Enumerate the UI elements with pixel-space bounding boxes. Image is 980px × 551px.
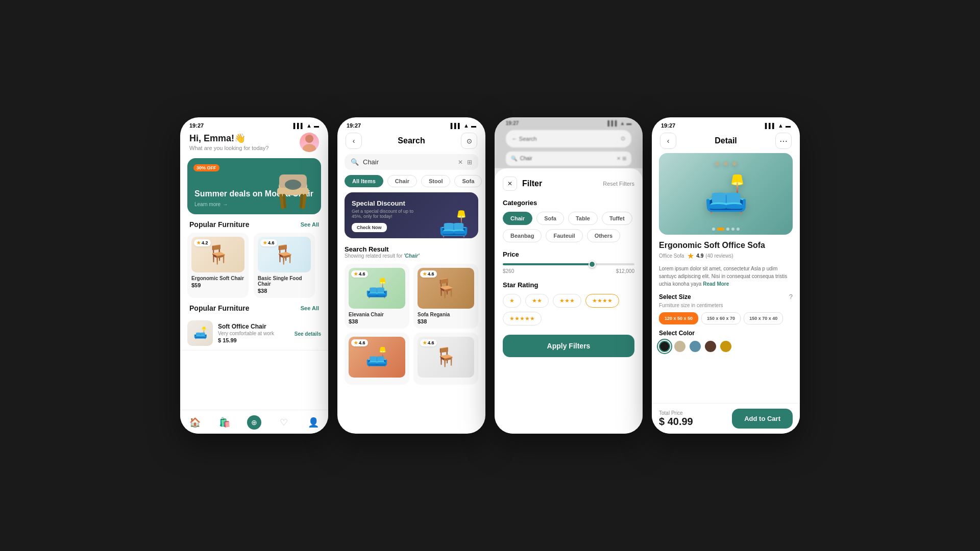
nav-heart[interactable]: ♡ xyxy=(277,415,291,430)
star-4: ★ xyxy=(423,340,427,345)
result-title: Search Result xyxy=(345,245,478,253)
star-1-chip[interactable]: ★ xyxy=(503,294,521,308)
discount-tag: 30% OFF xyxy=(193,164,219,171)
svg-point-1 xyxy=(303,144,316,152)
star-4-chip[interactable]: ★★★★ xyxy=(585,294,619,308)
star-icon: ★ xyxy=(197,240,201,245)
promo-banner[interactable]: 30% OFF Summer deals on Mocca Chair Lear… xyxy=(187,158,321,214)
filter-button[interactable]: ⊙ xyxy=(461,133,477,149)
chair-emoji-3: 🪑 xyxy=(434,278,457,299)
check-now-button[interactable]: Check Now xyxy=(352,223,387,232)
nav-bag[interactable]: 🛍️ xyxy=(217,415,232,430)
filter-close-button[interactable]: ✕ xyxy=(503,177,517,191)
color-brown[interactable] xyxy=(705,341,716,352)
product-category: Office Sofa ★ 4.9 (40 reviews) xyxy=(659,251,793,261)
image-indicators xyxy=(712,228,740,231)
chair-emoji-2: 🛋️ xyxy=(365,278,388,299)
price-slider[interactable] xyxy=(503,263,634,265)
star-title: Star Rating xyxy=(503,281,634,289)
see-all-1[interactable]: See All xyxy=(301,221,319,228)
nav-home[interactable]: 🏠 xyxy=(188,415,202,430)
user-avatar[interactable] xyxy=(300,133,319,152)
chip-sofa[interactable]: Sofa xyxy=(536,212,564,225)
read-more-link[interactable]: Read More xyxy=(703,281,729,287)
adjust-icon[interactable]: ⊞ xyxy=(467,159,472,166)
tag-chair[interactable]: Chair xyxy=(387,175,417,187)
list-info: Soft Office Chair Very comfortable at wo… xyxy=(218,323,289,343)
dot-5 xyxy=(737,228,740,231)
chip-beanbag[interactable]: Beanbag xyxy=(503,229,542,242)
search-topbar: ‹ Search ⊙ xyxy=(337,131,485,154)
search-card-1[interactable]: ★4.6 🛋️ Elevania Chair $38 xyxy=(345,264,409,329)
tag-sofa[interactable]: Sofa xyxy=(454,175,482,187)
size-120[interactable]: 120 x 50 x 50 xyxy=(659,312,698,324)
color-beige[interactable] xyxy=(674,341,685,352)
color-black[interactable] xyxy=(659,341,670,352)
star-rating-options: ★ ★★ ★★★ ★★★★ ★★★★★ xyxy=(503,294,634,325)
chip-chair[interactable]: Chair xyxy=(503,212,532,225)
search-back-button[interactable]: ‹ xyxy=(346,133,362,149)
detail-content: Ergonomic Soft Office Sofa Office Sofa ★… xyxy=(652,241,800,357)
grid-rating-2: ★4.6 xyxy=(420,270,437,278)
chip-table[interactable]: Table xyxy=(568,212,598,225)
detail-screen: 19:27 ▌▌▌ ▲ ▬ ‹ Detail ⋯ 🛋️ ● ● ● xyxy=(652,117,800,434)
see-all-2[interactable]: See All xyxy=(301,305,319,311)
star-icon-2: ★ xyxy=(263,240,267,245)
popular-title-2: Popular Furniture xyxy=(189,304,249,312)
time-4: 19:27 xyxy=(661,122,675,129)
status-bar-2: 19:27 ▌▌▌ ▲ ▬ xyxy=(337,117,485,131)
search-bar[interactable]: 🔍 ✕ ⊞ xyxy=(345,154,478,170)
product-card-1[interactable]: ★ 4.2 🪑 Ergonomic Soft Chair $59 xyxy=(187,233,249,298)
search-input[interactable] xyxy=(363,158,454,166)
slider-thumb[interactable] xyxy=(589,261,596,268)
card-price-2: $38 xyxy=(258,288,311,294)
grid-name-1: Elevania Chair xyxy=(349,312,405,317)
chair-emoji-1: 🪑 xyxy=(207,244,230,265)
star-3-chip[interactable]: ★★★ xyxy=(553,294,581,308)
grid-rating-3: ★4.6 xyxy=(351,339,368,346)
star-5-chip[interactable]: ★★★★★ xyxy=(503,312,542,325)
nav-scan[interactable]: ⊕ xyxy=(247,415,261,430)
detail-menu-button[interactable]: ⋯ xyxy=(775,133,792,149)
product-card-2[interactable]: ★ 4.6 🪑 Basic Single Food Chair $38 xyxy=(254,233,315,298)
dot-2 xyxy=(717,228,724,231)
star-3: ★ xyxy=(354,340,358,345)
tag-stool[interactable]: Stool xyxy=(421,175,451,187)
search-card-3[interactable]: ★4.6 🛋️ xyxy=(345,333,409,385)
product-name: Ergonomic Soft Office Sofa xyxy=(659,241,793,250)
color-blue[interactable] xyxy=(690,341,701,352)
rating-number: 4.9 xyxy=(696,253,703,259)
screens-container: 19:27 ▌▌▌ ▲ ▬ Hi, Emma!👋 What are you lo… xyxy=(180,117,800,434)
size-150-70[interactable]: 150 x 70 x 40 xyxy=(744,312,783,324)
card-price-1: $59 xyxy=(191,282,244,288)
add-to-cart-button[interactable]: Add to Cart xyxy=(732,409,793,429)
grid-name-2: Sofa Regania xyxy=(418,312,474,317)
svg-point-2 xyxy=(306,135,313,142)
star-2-chip[interactable]: ★★ xyxy=(525,294,549,308)
chip-others[interactable]: Others xyxy=(587,229,620,242)
blurred-search-area: 19:27 ▌▌▌ ▲ ▬ ← Search ⊙ 🔍 Chair ✕ ⊞ xyxy=(495,117,643,168)
filter-screen: 19:27 ▌▌▌ ▲ ▬ ← Search ⊙ 🔍 Chair ✕ ⊞ ✕ xyxy=(495,117,643,434)
card-rating-2: ★ 4.6 xyxy=(260,239,277,246)
see-details-link[interactable]: See details xyxy=(295,331,321,337)
nav-profile[interactable]: 👤 xyxy=(306,415,321,430)
tag-all[interactable]: All Items xyxy=(345,175,383,187)
time-1: 19:27 xyxy=(189,122,204,129)
size-150-60[interactable]: 150 x 60 x 70 xyxy=(701,312,741,324)
reset-filters-button[interactable]: Reset Filters xyxy=(603,181,634,187)
search-card-4[interactable]: ★4.6 🪑 xyxy=(413,333,478,385)
chip-fauteuil[interactable]: Fauteuil xyxy=(546,229,582,242)
grid-price-1: $38 xyxy=(349,318,405,324)
detail-back-button[interactable]: ‹ xyxy=(660,133,676,149)
chip-tuffet[interactable]: Tuffet xyxy=(602,212,632,225)
status-icons-2: ▌▌▌ ▲ ▬ xyxy=(451,122,476,129)
greeting-name: Hi, Emma!👋 xyxy=(189,133,268,144)
color-gold[interactable] xyxy=(720,341,731,352)
list-item-1[interactable]: 🛋️ Soft Office Chair Very comfortable at… xyxy=(180,316,328,350)
search-promo-banner[interactable]: Special Discount Get a special discount … xyxy=(345,192,478,238)
apply-filters-button[interactable]: Apply Filters xyxy=(503,335,634,357)
search-result-header: Search Result Showing related result for… xyxy=(337,243,485,261)
search-card-2[interactable]: ★4.6 🪑 Sofa Regania $38 xyxy=(413,264,478,329)
clear-icon[interactable]: ✕ xyxy=(458,159,463,166)
size-help-icon[interactable]: ? xyxy=(789,293,793,300)
